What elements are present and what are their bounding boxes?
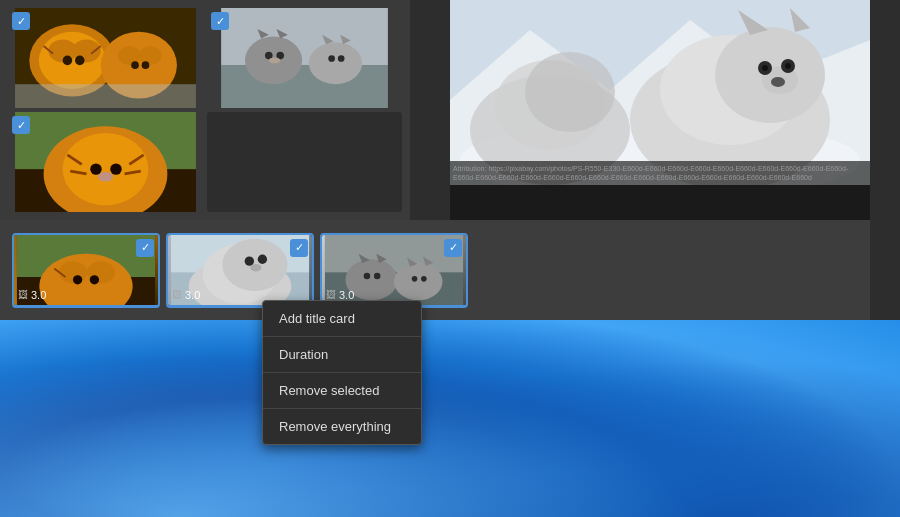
svg-point-83: [355, 261, 374, 276]
media-panel: ✓: [0, 0, 410, 220]
svg-point-6: [75, 56, 85, 66]
svg-point-11: [139, 46, 162, 65]
image-icon: 🖼: [18, 289, 28, 300]
app-window: ✓: [0, 0, 900, 320]
svg-point-27: [319, 44, 336, 57]
svg-point-77: [245, 256, 254, 265]
snow-cats-image: [207, 8, 402, 108]
thumbnail-tiger-single[interactable]: ✓: [8, 112, 203, 212]
timeline-item-cats[interactable]: ✓ 🖼 3.0: [320, 233, 468, 308]
svg-point-43: [90, 163, 101, 174]
svg-rect-14: [15, 84, 196, 108]
timeline-wolf-duration: 🖼 3.0: [172, 289, 200, 301]
svg-point-32: [338, 55, 345, 62]
video-content: Attribution: https://pixabay.com/photos/…: [450, 0, 870, 185]
timeline-cats-check: ✓: [444, 239, 462, 257]
svg-point-95: [421, 276, 427, 282]
svg-point-78: [258, 254, 267, 263]
svg-point-13: [142, 61, 150, 69]
timeline-tiger-check: ✓: [136, 239, 154, 257]
context-menu-duration[interactable]: Duration: [263, 337, 421, 372]
svg-point-84: [372, 261, 391, 276]
thumbnail-snow-cats[interactable]: ✓: [207, 8, 402, 108]
thumbnail-tiger-single-check: ✓: [12, 116, 30, 134]
wallpaper-background: [0, 297, 900, 517]
svg-point-12: [131, 61, 139, 69]
svg-point-44: [110, 163, 121, 174]
tiger-single-image: [8, 112, 203, 212]
svg-point-71: [90, 275, 99, 284]
thumbnail-snow-cats-check: ✓: [211, 12, 229, 30]
video-wolf-display: [450, 0, 870, 185]
image-icon-3: 🖼: [326, 289, 336, 300]
timeline-panel: ✓ 🖼 3.0 ✓ 🖼 3.0: [0, 220, 870, 320]
svg-point-31: [328, 55, 335, 62]
timeline-tiger-duration: 🖼 3.0: [18, 289, 46, 301]
video-caption: Attribution: https://pixabay.com/photos/…: [450, 161, 870, 185]
context-menu: Add title card Duration Remove selected …: [262, 300, 422, 445]
svg-point-63: [525, 52, 615, 132]
image-icon-2: 🖼: [172, 289, 182, 300]
svg-point-25: [269, 58, 280, 64]
svg-point-90: [403, 264, 420, 277]
svg-point-20: [274, 38, 293, 53]
svg-point-70: [73, 275, 82, 284]
context-menu-add-title-card[interactable]: Add title card: [263, 301, 421, 336]
video-panel: Attribution: https://pixabay.com/photos/…: [450, 0, 870, 220]
svg-point-91: [418, 264, 435, 277]
thumbnail-empty: [207, 112, 402, 212]
svg-point-67: [59, 261, 87, 283]
timeline-item-tiger[interactable]: ✓ 🖼 3.0: [12, 233, 160, 308]
svg-rect-81: [325, 235, 463, 272]
context-menu-remove-everything[interactable]: Remove everything: [263, 409, 421, 444]
svg-point-79: [250, 263, 261, 270]
svg-point-2: [39, 32, 106, 89]
context-menu-remove-selected[interactable]: Remove selected: [263, 373, 421, 408]
svg-rect-17: [221, 65, 388, 108]
timeline-wolf-check: ✓: [290, 239, 308, 257]
svg-point-38: [63, 133, 149, 205]
wallpaper-swirl: [0, 297, 900, 517]
thumbnail-tiger-cubs-check: ✓: [12, 12, 30, 30]
svg-point-45: [98, 172, 113, 182]
svg-point-28: [336, 44, 353, 57]
timeline-item-wolf[interactable]: ✓ 🖼 3.0: [166, 233, 314, 308]
svg-point-60: [771, 77, 785, 87]
svg-point-58: [762, 65, 768, 71]
thumbnail-tiger-cubs[interactable]: ✓: [8, 8, 203, 108]
tiger-cubs-image: [8, 8, 203, 108]
svg-point-94: [412, 276, 418, 282]
svg-point-19: [255, 38, 274, 53]
svg-point-59: [785, 63, 791, 69]
svg-point-87: [364, 272, 371, 279]
svg-point-88: [374, 272, 381, 279]
video-wolf-svg: [450, 0, 870, 185]
svg-point-5: [63, 56, 73, 66]
timeline-cats-duration: 🖼 3.0: [326, 289, 354, 301]
